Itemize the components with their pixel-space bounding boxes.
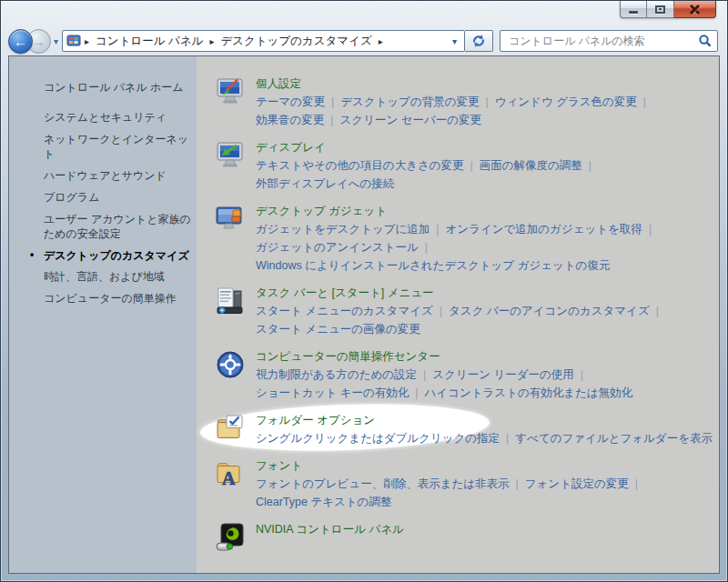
content-area: コントロール パネル ホーム システムとセキュリティネットワークとインターネット… — [8, 55, 720, 574]
refresh-button[interactable] — [465, 30, 493, 52]
sidebar-item[interactable]: ネットワークとインターネット — [44, 132, 197, 161]
task-link[interactable]: テキストやその他の項目の大きさの変更 — [256, 159, 464, 172]
breadcrumb-item[interactable]: デスクトップのカスタマイズ — [217, 32, 374, 51]
task-link[interactable]: スタート メニューのカスタマイズ — [256, 305, 433, 317]
section-title-taskbar-start-menu[interactable]: タスク バーと [スタート] メニュー — [256, 284, 665, 302]
task-link-line: 視力制限がある方のための設定|スクリーン リーダーの使用| — [256, 366, 632, 384]
sidebar-item[interactable]: ユーザー アカウントと家族のための安全設定 — [44, 212, 197, 241]
task-link[interactable]: スクリーン セーバーの変更 — [340, 114, 482, 126]
task-link-line: ガジェットをデスクトップに追加|オンラインで追加のガジェットを取得| — [256, 220, 658, 238]
ease-of-access-icon[interactable] — [215, 347, 249, 402]
section-folder-options: フォルダー オプションシングルクリックまたはダブルクリックの指定|すべてのファイ… — [215, 411, 719, 447]
sidebar-item[interactable]: 時計、言語、および地域 — [44, 269, 197, 284]
display-icon[interactable] — [215, 138, 249, 193]
task-link[interactable]: ウィンドウ グラス色の変更 — [495, 95, 637, 108]
breadcrumb-item[interactable]: コントロール パネル — [93, 32, 206, 51]
main-panel: 個人設定テーマの変更|デスクトップの背景の変更|ウィンドウ グラス色の変更|効果… — [197, 56, 719, 573]
navigation-bar: ← → ▾ ▸コントロール パネル▸デスクトップのカスタマイズ▸ ▾ — [1, 28, 727, 55]
address-bar[interactable]: ▸コントロール パネル▸デスクトップのカスタマイズ▸ ▾ — [62, 30, 465, 52]
search-box — [500, 30, 718, 52]
task-link[interactable]: ClearType テキストの調整 — [256, 496, 391, 508]
task-link-line: フォントのプレビュー、削除、表示または非表示|フォント設定の変更| — [256, 475, 644, 493]
task-link[interactable]: すべてのファイルとフォルダーを表示 — [515, 432, 713, 445]
maximize-button[interactable] — [647, 1, 674, 18]
refresh-icon — [471, 34, 486, 48]
breadcrumb-separator-icon[interactable]: ▸ — [81, 36, 93, 46]
address-dropdown-icon[interactable]: ▾ — [448, 36, 461, 46]
task-link[interactable]: 効果音の変更 — [256, 114, 324, 126]
link-separator: | — [440, 305, 442, 317]
search-icon[interactable] — [698, 34, 713, 48]
breadcrumb-separator-icon[interactable]: ▸ — [375, 36, 387, 46]
section-title-desktop-gadgets[interactable]: デスクトップ ガジェット — [256, 202, 658, 220]
sidebar-item[interactable]: システムとセキュリティ — [44, 110, 197, 125]
link-separator: | — [485, 95, 488, 108]
task-link[interactable]: デスクトップの背景の変更 — [340, 95, 479, 108]
task-link[interactable]: テーマの変更 — [256, 95, 325, 108]
task-link[interactable]: オンラインで追加のガジェットを取得 — [446, 223, 642, 236]
sidebar: コントロール パネル ホーム システムとセキュリティネットワークとインターネット… — [9, 56, 197, 573]
section-title-display[interactable]: ディスプレイ — [256, 138, 598, 156]
titlebar[interactable] — [1, 1, 727, 28]
sidebar-home-link[interactable]: コントロール パネル ホーム — [44, 80, 197, 95]
task-link-line: ClearType テキストの調整 — [256, 493, 644, 511]
nvidia-icon[interactable] — [215, 520, 249, 556]
link-separator: | — [589, 159, 592, 172]
back-arrow-icon: ← — [14, 34, 27, 49]
sidebar-item[interactable]: •デスクトップのカスタマイズ — [44, 248, 197, 263]
section-ease-of-access: コンピューターの簡単操作センター視力制限がある方のための設定|スクリーン リーダ… — [215, 347, 719, 402]
back-button[interactable]: ← — [8, 29, 33, 54]
desktop-gadgets-icon[interactable] — [215, 202, 249, 275]
sidebar-item[interactable]: ハードウェアとサウンド — [44, 168, 197, 183]
task-link[interactable]: フォントのプレビュー、削除、表示または非表示 — [256, 477, 510, 490]
fonts-icon[interactable]: A — [215, 457, 249, 511]
task-link[interactable]: フォント設定の変更 — [525, 477, 629, 490]
link-separator: | — [331, 95, 334, 108]
section-fonts: Aフォントフォントのプレビュー、削除、表示または非表示|フォント設定の変更|Cl… — [215, 457, 719, 511]
minimize-button[interactable] — [620, 1, 647, 18]
section-title-personalization[interactable]: 個人設定 — [256, 75, 652, 93]
sidebar-item-label: ネットワークとインターネット — [44, 133, 188, 160]
sidebar-item-label: システムとセキュリティ — [44, 111, 167, 124]
task-link-line: テーマの変更|デスクトップの背景の変更|ウィンドウ グラス色の変更| — [256, 93, 652, 111]
control-panel-icon[interactable] — [66, 34, 81, 48]
task-link[interactable]: シングルクリックまたはダブルクリックの指定 — [256, 432, 500, 445]
folder-options-icon[interactable] — [215, 411, 249, 447]
task-link[interactable]: ショートカット キーの有効化 — [256, 386, 409, 399]
section-title-fonts[interactable]: フォント — [256, 457, 644, 475]
sidebar-item-label: ハードウェアとサウンド — [44, 169, 167, 182]
task-link[interactable]: ガジェットをデスクトップに追加 — [256, 223, 430, 236]
personalization-icon[interactable] — [215, 75, 249, 129]
task-link[interactable]: 視力制限がある方のための設定 — [256, 368, 417, 381]
section-title-nvidia-control-panel[interactable]: NVIDIA コントロール パネル — [256, 520, 404, 538]
section-body: フォルダー オプションシングルクリックまたはダブルクリックの指定|すべてのファイ… — [256, 411, 713, 447]
explorer-window: ← → ▾ ▸コントロール パネル▸デスクトップのカスタマイズ▸ ▾ — [0, 0, 728, 582]
task-link[interactable]: 画面の解像度の調整 — [480, 159, 582, 172]
task-link[interactable]: タスク バーのアイコンのカスタマイズ — [449, 305, 650, 317]
section-title-ease-of-access[interactable]: コンピューターの簡単操作センター — [256, 347, 632, 366]
sidebar-item[interactable]: コンピューターの簡単操作 — [44, 291, 197, 306]
section-display: ディスプレイテキストやその他の項目の大きさの変更|画面の解像度の調整|外部ディス… — [215, 138, 719, 193]
close-button[interactable] — [674, 1, 716, 18]
task-link[interactable]: Windows によりインストールされたデスクトップ ガジェットの復元 — [256, 259, 610, 272]
task-link-line: スタート メニューのカスタマイズ|タスク バーのアイコンのカスタマイズ| — [256, 302, 665, 320]
section-taskbar-start-menu: タスク バーと [スタート] メニュースタート メニューのカスタマイズ|タスク … — [215, 284, 719, 338]
link-separator: | — [643, 95, 646, 108]
task-link-line: シングルクリックまたはダブルクリックの指定|すべてのファイルとフォルダーを表示 — [256, 429, 713, 447]
task-link[interactable]: スタート メニューの画像の変更 — [256, 323, 420, 336]
task-link[interactable]: ハイコントラストの有効化または無効化 — [425, 386, 633, 399]
section-title-folder-options[interactable]: フォルダー オプション — [256, 411, 713, 429]
taskbar-start-menu-icon[interactable] — [215, 284, 249, 338]
link-separator: | — [436, 223, 439, 236]
breadcrumb-separator-icon[interactable]: ▸ — [206, 36, 217, 46]
task-link-line: ショートカット キーの有効化|ハイコントラストの有効化または無効化 — [256, 384, 632, 402]
sidebar-item[interactable]: プログラム — [44, 190, 197, 205]
task-link[interactable]: 外部ディスプレイへの接続 — [256, 177, 394, 190]
recent-pages-dropdown[interactable]: ▾ — [54, 36, 58, 46]
task-link[interactable]: ガジェットのアンインストール — [256, 241, 419, 254]
link-separator: | — [506, 432, 509, 445]
task-link[interactable]: スクリーン リーダーの使用 — [432, 368, 574, 381]
search-input[interactable] — [507, 34, 698, 48]
link-separator: | — [330, 114, 333, 126]
link-separator: | — [423, 368, 426, 381]
